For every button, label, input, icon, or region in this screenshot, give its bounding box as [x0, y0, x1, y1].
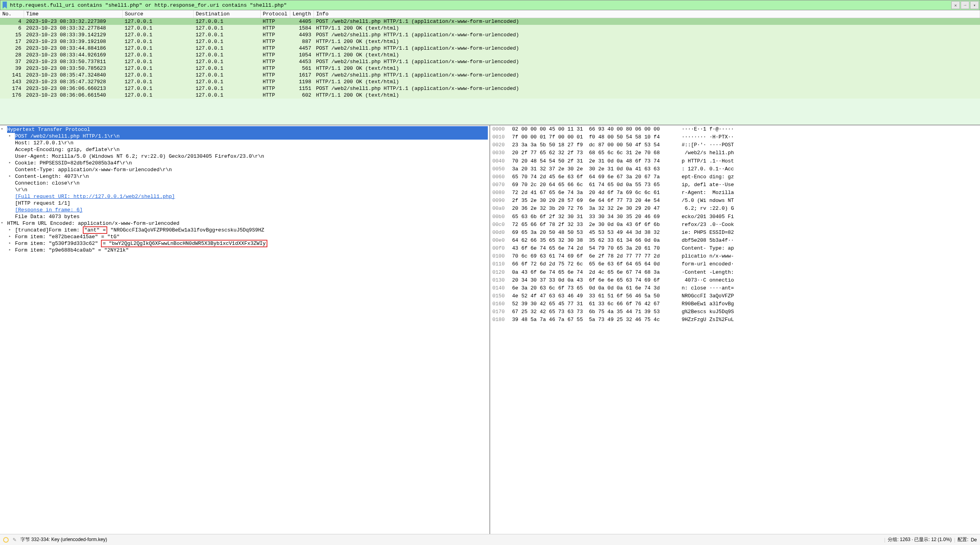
col-info[interactable]: Info: [314, 10, 980, 18]
highlight-base64-value: = "bwY2QgL2QgIkQ6XFwwLnBocHN0dWR5X3Byb1x…: [101, 240, 267, 247]
hex-row[interactable]: 017067 25 32 42 65 73 63 73 6b 75 4a 35 …: [490, 308, 980, 316]
packet-row[interactable]: 152023-10-23 08:33:39.142129127.0.0.1127…: [0, 32, 980, 38]
packet-row[interactable]: 1742023-10-23 08:36:06.660213127.0.0.112…: [0, 85, 980, 92]
status-profile-value[interactable]: De: [971, 537, 977, 543]
packet-row[interactable]: 1412023-10-23 08:35:47.324840127.0.0.112…: [0, 72, 980, 78]
tree-form-item-ant[interactable]: ▸[truncated]Form item: "ant" = "NROGccFI…: [15, 227, 488, 233]
chevron-right-icon[interactable]: ▸: [9, 133, 11, 138]
packet-row[interactable]: 1432023-10-23 08:35:47.327928127.0.0.112…: [0, 78, 980, 85]
hex-row[interactable]: 01504e 52 4f 47 63 63 46 49 33 61 51 6f …: [490, 292, 980, 300]
bottom-split: ▾Hypertext Transfer Protocol ▸POST /web2…: [0, 125, 980, 534]
packet-row[interactable]: 372023-10-23 08:33:50.737811127.0.0.1127…: [0, 58, 980, 65]
hex-row[interactable]: 00b065 63 6b 6f 2f 32 30 31 33 30 34 30 …: [490, 213, 980, 221]
tree-accept-encoding[interactable]: Accept-Encoding: gzip, deflate\r\n: [15, 146, 488, 153]
tree-file-data[interactable]: File Data: 4073 bytes: [15, 213, 488, 220]
tree-form-item-2[interactable]: ▸Form item: "e872becae415ae" = "tG": [15, 233, 488, 240]
edit-icon[interactable]: ✎: [13, 537, 17, 543]
display-filter-bar: ✕ → ▾: [0, 0, 980, 10]
hex-row[interactable]: 006065 70 74 2d 45 6e 63 6f 64 69 6e 67 …: [490, 173, 980, 181]
packet-row[interactable]: 62023-10-23 08:33:32.277848127.0.0.1127.…: [0, 25, 980, 32]
hex-row[interactable]: 007069 70 2c 20 64 65 66 6c 61 74 65 0d …: [490, 181, 980, 189]
tree-post-line[interactable]: ▸POST /web2/shell1.php HTTP/1.1\r\n: [15, 133, 488, 140]
packet-row[interactable]: 172023-10-23 08:33:39.192108127.0.0.1127…: [0, 38, 980, 45]
chevron-right-icon[interactable]: ▸: [9, 227, 11, 232]
col-time[interactable]: Time: [24, 10, 122, 18]
tree-http-root[interactable]: ▾Hypertext Transfer Protocol: [7, 126, 488, 133]
hex-row[interactable]: 000002 00 00 00 45 00 11 31 66 93 40 00 …: [490, 125, 980, 133]
details-hscroll[interactable]: [0, 528, 489, 534]
status-bar: ✎ 字节 332-334: Key (urlencoded-form.key) …: [0, 534, 980, 545]
col-no[interactable]: No.: [0, 10, 24, 18]
status-field-info: 字节 332-334: Key (urlencoded-form.key): [21, 536, 884, 543]
tree-full-uri[interactable]: [Full request URI: http://127.0.0.1/web2…: [15, 193, 488, 200]
col-source[interactable]: Source: [122, 10, 193, 18]
col-destination[interactable]: Destination: [193, 10, 260, 18]
chevron-right-icon[interactable]: ▸: [9, 241, 11, 245]
hex-row[interactable]: 008072 2d 41 67 65 6e 74 3a 20 4d 6f 7a …: [490, 189, 980, 197]
hex-row[interactable]: 013020 34 30 37 33 0d 0a 43 6f 6e 6e 65 …: [490, 276, 980, 284]
status-packet-count: 分组: 1263 · 已显示: 12 (1.0%): [888, 536, 952, 543]
filter-clear-button[interactable]: ✕: [951, 1, 960, 9]
hex-row[interactable]: 00503a 20 31 32 37 2e 30 2e 30 2e 31 0d …: [490, 165, 980, 173]
hex-row[interactable]: 018039 48 5a 7a 46 7a 67 55 5a 73 49 25 …: [490, 316, 980, 324]
tree-form-item-3[interactable]: ▸Form item: "g530f39d333c62" = "bwY2QgL2…: [15, 240, 488, 247]
packet-row[interactable]: 392023-10-23 08:33:50.785623127.0.0.1127…: [0, 65, 980, 72]
hex-row[interactable]: 003020 2f 77 65 62 32 2f 73 68 65 6c 6c …: [490, 149, 980, 157]
hex-row[interactable]: 00e064 62 66 35 65 32 30 38 35 62 33 61 …: [490, 237, 980, 245]
col-length[interactable]: Length: [290, 10, 314, 18]
chevron-right-icon[interactable]: ▸: [9, 234, 11, 239]
tree-crlf[interactable]: \r\n: [15, 187, 488, 193]
tree-response-frame[interactable]: [Response in frame: 6]: [15, 207, 488, 213]
packet-table: No. Time Source Destination Protocol Len…: [0, 10, 980, 99]
tree-connection[interactable]: Connection: close\r\n: [15, 180, 488, 187]
highlight-ant-key: "ant" =: [83, 226, 108, 234]
status-profile-label: 配置:: [958, 536, 968, 543]
tree-content-length[interactable]: ▸Content-Length: 4073\r\n: [15, 173, 488, 180]
filter-recent-button[interactable]: ▾: [970, 1, 979, 9]
hex-row[interactable]: 00107f 00 00 01 7f 00 00 01 f0 48 00 50 …: [490, 133, 980, 141]
hex-row[interactable]: 00a020 36 2e 32 3b 20 72 76 3a 32 32 2e …: [490, 205, 980, 213]
packet-row[interactable]: 282023-10-23 08:33:44.926169127.0.0.1127…: [0, 52, 980, 58]
chevron-right-icon[interactable]: ▸: [9, 174, 11, 178]
tree-content-type[interactable]: Content-Type: application/x-www-form-url…: [15, 166, 488, 173]
packet-details-pane[interactable]: ▾Hypertext Transfer Protocol ▸POST /web2…: [0, 125, 490, 534]
tree-host[interactable]: Host: 127.0.0.1\r\n: [15, 140, 488, 146]
hex-row[interactable]: 01200a 43 6f 6e 74 65 6e 74 2d 4c 65 6e …: [490, 269, 980, 276]
chevron-right-icon[interactable]: ▸: [9, 247, 11, 252]
packet-list-pane[interactable]: No. Time Source Destination Protocol Len…: [0, 10, 980, 125]
hex-row[interactable]: 016052 39 30 42 65 45 77 31 61 33 6c 66 …: [490, 300, 980, 308]
hex-row[interactable]: 00d069 65 3a 20 50 48 50 53 45 53 53 49 …: [490, 229, 980, 237]
packet-header-row[interactable]: No. Time Source Destination Protocol Len…: [0, 10, 980, 18]
hex-row[interactable]: 011066 6f 72 6d 2d 75 72 6c 65 6e 63 6f …: [490, 260, 980, 268]
tree-http-request[interactable]: [HTTP request 1/1]: [15, 200, 488, 207]
hex-row[interactable]: 00f043 6f 6e 74 65 6e 74 2d 54 79 70 65 …: [490, 245, 980, 252]
expert-info-icon[interactable]: [3, 537, 9, 543]
filter-apply-button[interactable]: →: [961, 1, 969, 9]
tree-form-item-4[interactable]: ▸Form item: "p9e688b4ca0ab" = "2NY21k": [15, 247, 488, 254]
bookmark-icon[interactable]: [1, 2, 8, 9]
tree-cookie[interactable]: ▸Cookie: PHPSESSID=82dbf5e2085b3a4f\r\n: [15, 160, 488, 166]
col-protocol[interactable]: Protocol: [260, 10, 290, 18]
chevron-down-icon[interactable]: ▾: [1, 220, 3, 225]
hex-row[interactable]: 010070 6c 69 63 61 74 69 6f 6e 2f 78 2d …: [490, 252, 980, 260]
tree-form-root[interactable]: ▾HTML Form URL Encoded: application/x-ww…: [7, 220, 488, 227]
hex-row[interactable]: 004070 20 48 54 54 50 2f 31 2e 31 0d 0a …: [490, 157, 980, 165]
display-filter-input[interactable]: [10, 2, 950, 8]
hex-row[interactable]: 00902f 35 2e 30 20 28 57 69 6e 64 6f 77 …: [490, 197, 980, 205]
chevron-down-icon[interactable]: ▾: [1, 127, 3, 131]
tree-user-agent[interactable]: User-Agent: Mozilla/5.0 (Windows NT 6.2;…: [15, 153, 488, 160]
hex-row[interactable]: 002023 3a 3a 5b 50 18 27 f9 dc 87 00 00 …: [490, 141, 980, 149]
hex-row[interactable]: 00c072 65 66 6f 78 2f 32 33 2e 30 0d 0a …: [490, 221, 980, 229]
chevron-right-icon[interactable]: ▸: [9, 160, 11, 165]
hex-dump-pane[interactable]: 000002 00 00 00 45 00 11 31 66 93 40 00 …: [490, 125, 980, 534]
hex-row[interactable]: 01406e 3a 20 63 6c 6f 73 65 0d 0a 0d 0a …: [490, 284, 980, 292]
packet-row[interactable]: 42023-10-23 08:33:32.227389127.0.0.1127.…: [0, 18, 980, 25]
packet-row[interactable]: 262023-10-23 08:33:44.884186127.0.0.1127…: [0, 45, 980, 52]
packet-row[interactable]: 1762023-10-23 08:36:06.661540127.0.0.112…: [0, 92, 980, 99]
